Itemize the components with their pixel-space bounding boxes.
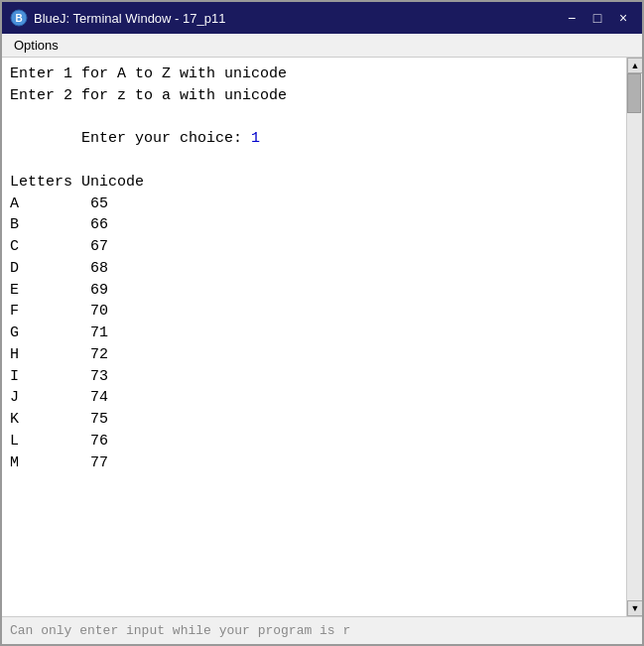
scrollbar-up-button[interactable]: ▲ bbox=[627, 58, 642, 73]
minimize-button[interactable]: − bbox=[561, 7, 582, 29]
scrollbar[interactable]: ▲ ▼ bbox=[626, 58, 642, 616]
terminal-line-0: Enter 1 for A to Z with unicode bbox=[10, 64, 618, 85]
title-bar-controls: − □ × bbox=[561, 7, 634, 29]
close-button[interactable]: × bbox=[612, 7, 634, 29]
terminal-line-11: H 72 bbox=[10, 344, 618, 366]
terminal-line-6: C 67 bbox=[10, 236, 618, 258]
title-bar-left: B BlueJ: Terminal Window - 17_p11 bbox=[10, 9, 225, 27]
terminal-line-4: A 65 bbox=[10, 194, 618, 215]
terminal-line-5: B 66 bbox=[10, 214, 618, 236]
terminal-line-10: G 71 bbox=[10, 323, 618, 344]
options-menu[interactable]: Options bbox=[6, 36, 66, 55]
terminal-output: Enter 1 for A to Z with unicode Enter 2 … bbox=[2, 58, 626, 616]
terminal-line-12: I 73 bbox=[10, 366, 618, 388]
status-bar: Can only enter input while your program … bbox=[2, 616, 642, 644]
terminal-line-2-blue: 1 bbox=[251, 130, 260, 147]
scrollbar-down-button[interactable]: ▼ bbox=[627, 600, 642, 616]
title-bar: B BlueJ: Terminal Window - 17_p11 − □ × bbox=[2, 2, 642, 34]
scrollbar-track[interactable] bbox=[627, 73, 642, 600]
bluej-icon: B bbox=[10, 9, 28, 27]
window-title: BlueJ: Terminal Window - 17_p11 bbox=[34, 11, 225, 26]
terminal-line-14: K 75 bbox=[10, 409, 618, 431]
scrollbar-thumb[interactable] bbox=[627, 73, 641, 113]
window: B BlueJ: Terminal Window - 17_p11 − □ × … bbox=[0, 0, 644, 646]
terminal-line-15: L 76 bbox=[10, 431, 618, 452]
svg-text:B: B bbox=[15, 13, 22, 24]
maximize-button[interactable]: □ bbox=[586, 7, 608, 29]
terminal-line-3: Letters Unicode bbox=[10, 172, 618, 194]
terminal-line-13: J 74 bbox=[10, 387, 618, 409]
terminal-line-16: M 77 bbox=[10, 452, 618, 474]
terminal-line-8: E 69 bbox=[10, 280, 618, 302]
status-text: Can only enter input while your program … bbox=[10, 623, 350, 638]
terminal-line-9: F 70 bbox=[10, 301, 618, 323]
content-area: Enter 1 for A to Z with unicode Enter 2 … bbox=[2, 58, 642, 616]
menu-bar: Options bbox=[2, 34, 642, 58]
terminal-line-2-text: Enter your choice: bbox=[81, 130, 251, 147]
terminal-line-2: Enter your choice: 1 bbox=[10, 107, 618, 172]
terminal-line-7: D 68 bbox=[10, 258, 618, 280]
terminal-line-1: Enter 2 for z to a with unicode bbox=[10, 85, 618, 107]
